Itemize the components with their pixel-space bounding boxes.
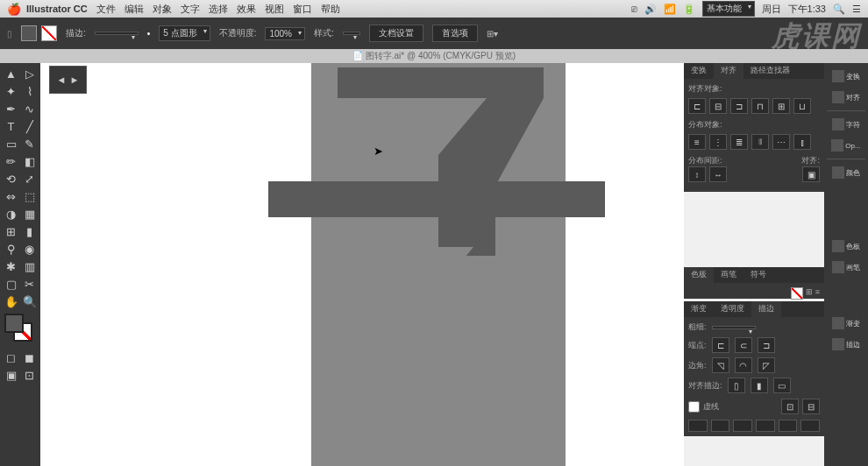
menu-file[interactable]: 文件 — [96, 3, 116, 16]
type-tool[interactable]: T — [2, 117, 20, 135]
paintbrush-tool[interactable]: ✎ — [20, 135, 39, 152]
slice-tool[interactable]: ✂ — [20, 275, 39, 293]
gap-2[interactable] — [756, 420, 775, 432]
apple-icon[interactable]: 🍎 — [7, 3, 21, 16]
dock-swatches[interactable]: 色板 — [827, 237, 865, 256]
app-name[interactable]: Illustrator CC — [26, 4, 88, 14]
pencil-tool[interactable]: ✏ — [2, 152, 20, 170]
dock-stroke[interactable]: 描边 — [827, 335, 865, 354]
change-screen[interactable]: ⊡ — [20, 366, 39, 384]
symbol-sprayer-tool[interactable]: ✱ — [2, 258, 20, 275]
tab-pathfinder[interactable]: 路径查找器 — [743, 63, 797, 79]
menu-view[interactable]: 视图 — [265, 3, 284, 16]
menu-select[interactable]: 选择 — [209, 3, 228, 16]
arrow-white-icon[interactable]: ► — [70, 74, 80, 85]
rectangle-tool[interactable]: ▭ — [2, 135, 20, 152]
line-tool[interactable]: ╱ — [20, 117, 39, 135]
align-left-icon[interactable]: ⊏ — [688, 98, 706, 114]
zoom-tool[interactable]: 🔍 — [20, 293, 39, 310]
dock-character[interactable]: 字符 — [827, 115, 865, 134]
opacity-dropdown[interactable]: 100% — [265, 27, 305, 40]
menu-window[interactable]: 窗口 — [293, 3, 312, 16]
stroke-style-dropdown[interactable]: 5 点圆形 — [159, 25, 210, 41]
selection-tool[interactable]: ▲ — [2, 65, 20, 82]
workspace-dropdown[interactable]: 基本功能 — [702, 1, 755, 17]
menu-help[interactable]: 帮助 — [321, 3, 340, 16]
dist-vcenter-icon[interactable]: ⋮ — [709, 134, 727, 150]
screen-mode[interactable]: ▣ — [2, 366, 20, 384]
cap-projecting-icon[interactable]: ⊐ — [758, 337, 775, 353]
doc-setup-button[interactable]: 文档设置 — [369, 25, 423, 42]
weight-input[interactable] — [712, 326, 756, 329]
dash-1[interactable] — [688, 420, 708, 432]
magic-wand-tool[interactable]: ✦ — [2, 82, 20, 100]
fill-swatch[interactable] — [21, 25, 37, 41]
menu-icon[interactable]: ☰ — [852, 4, 861, 15]
search-icon[interactable]: 🔍 — [833, 4, 845, 15]
cap-round-icon[interactable]: ⊂ — [735, 337, 752, 353]
volume-icon[interactable]: 🔊 — [644, 4, 657, 15]
artwork-character-1[interactable] — [311, 63, 566, 256]
draw-behind[interactable]: ◼ — [20, 349, 39, 366]
corner-bevel-icon[interactable]: ◸ — [758, 357, 775, 373]
eraser-tool[interactable]: ◧ — [20, 152, 39, 170]
stroke-outside-icon[interactable]: ▭ — [773, 378, 791, 393]
tab-symbols[interactable]: 符号 — [743, 267, 773, 283]
mesh-tool[interactable]: ⊞ — [2, 222, 20, 240]
dock-opentype[interactable]: Op... — [827, 136, 865, 155]
floating-tool-panel[interactable]: ◄ ► — [49, 66, 87, 94]
tab-transparency[interactable]: 透明度 — [714, 301, 751, 317]
hand-tool[interactable]: ✋ — [2, 293, 20, 310]
arrow-black-icon[interactable]: ◄ — [57, 74, 67, 85]
color-picker[interactable] — [2, 314, 39, 345]
menu-edit[interactable]: 编辑 — [125, 3, 144, 16]
scale-tool[interactable]: ⤢ — [20, 170, 39, 187]
fill-color[interactable] — [4, 314, 24, 333]
corner-round-icon[interactable]: ◠ — [735, 357, 752, 373]
wifi-icon[interactable]: 📶 — [664, 4, 676, 15]
blend-tool[interactable]: ◉ — [20, 240, 39, 258]
menu-object[interactable]: 对象 — [153, 3, 172, 16]
artwork-character-2[interactable] — [311, 247, 566, 466]
stroke-center-icon[interactable]: ▯ — [728, 378, 745, 393]
tab-align[interactable]: 对齐 — [714, 63, 743, 79]
align-hcenter-icon[interactable]: ⊟ — [709, 98, 727, 114]
dist-left-icon[interactable]: ⫴ — [751, 134, 769, 150]
gap-3[interactable] — [800, 420, 820, 432]
gradient-tool[interactable]: ▮ — [20, 222, 39, 240]
curvature-tool[interactable]: ∿ — [20, 100, 39, 117]
stroke-inside-icon[interactable]: ▮ — [751, 378, 768, 393]
dash-2[interactable] — [733, 420, 752, 432]
gap-1[interactable] — [711, 420, 730, 432]
stroke-swatch[interactable] — [41, 25, 57, 41]
align-bottom-icon[interactable]: ⊔ — [793, 98, 811, 114]
document-tab[interactable]: 📄 图转字.ai* @ 400% (CMYK/GPU 预览) — [0, 49, 868, 63]
pen-tool[interactable]: ✒ — [2, 100, 20, 117]
tab-transform[interactable]: 变换 — [684, 63, 714, 79]
tab-stroke[interactable]: 描边 — [751, 301, 781, 317]
dock-brushes[interactable]: 画笔 — [827, 258, 865, 277]
lasso-tool[interactable]: ⌇ — [20, 82, 39, 100]
prefs-button[interactable]: 首选项 — [432, 25, 478, 42]
dock-transform[interactable]: 变换 — [827, 67, 865, 86]
dash-preserve-icon[interactable]: ⊡ — [781, 399, 799, 414]
align-to-selection-icon[interactable]: ▣ — [802, 166, 820, 182]
corner-miter-icon[interactable]: ◹ — [712, 357, 729, 373]
screen-icon[interactable]: ⎚ — [631, 4, 637, 14]
tab-gradient[interactable]: 渐变 — [684, 301, 714, 317]
swatch-view-icon[interactable]: ⊞ — [806, 287, 813, 294]
rotate-tool[interactable]: ⟲ — [2, 170, 20, 187]
swatch-list-icon[interactable]: ≡ — [815, 287, 820, 294]
dock-align[interactable]: 对齐 — [827, 88, 865, 107]
none-swatch[interactable] — [791, 287, 803, 300]
eyedropper-tool[interactable]: ⚲ — [2, 240, 20, 258]
column-graph-tool[interactable]: ▥ — [20, 258, 39, 275]
dashed-checkbox[interactable] — [688, 401, 700, 413]
artboard-tool[interactable]: ▢ — [2, 275, 20, 293]
dash-3[interactable] — [779, 420, 798, 432]
dist-bottom-icon[interactable]: ≣ — [730, 134, 748, 150]
battery-icon[interactable]: 🔋 — [683, 4, 695, 15]
menu-effect[interactable]: 效果 — [237, 3, 256, 16]
tab-swatches[interactable]: 色板 — [684, 267, 714, 283]
align-right-icon[interactable]: ⊐ — [730, 98, 748, 114]
